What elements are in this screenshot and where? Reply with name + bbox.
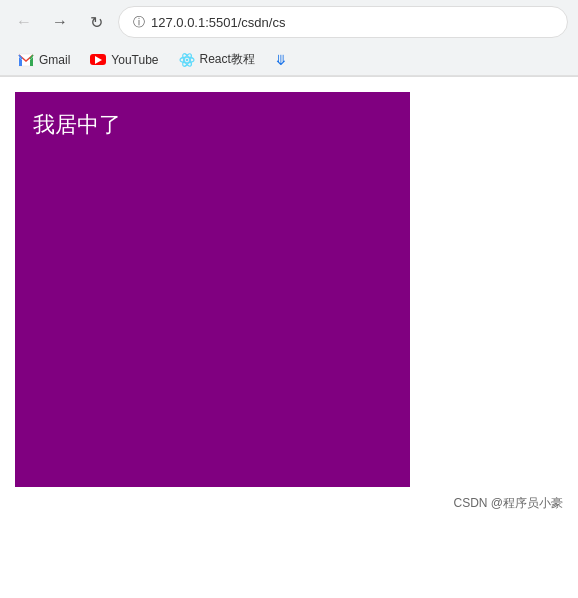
back-button[interactable]: ← [10,8,38,36]
youtube-play-triangle [95,56,102,64]
react-label: React教程 [200,51,255,68]
youtube-label: YouTube [111,53,158,67]
gmail-icon [18,52,34,68]
browser-chrome: ← → ↻ ⓘ 127.0.0.1:5501/csdn/cs [0,0,578,77]
bookmark-react[interactable]: React教程 [171,48,263,71]
chevron-down-icon: ⤋ [275,52,287,68]
reload-button[interactable]: ↻ [82,8,110,36]
svg-point-4 [185,58,188,61]
footer-text: CSDN @程序员小豪 [453,496,563,510]
page-footer: CSDN @程序员小豪 [0,487,578,520]
back-icon: ← [16,13,32,31]
reload-icon: ↻ [90,13,103,32]
react-icon [179,52,195,68]
more-bookmarks-button[interactable]: ⤋ [267,49,295,71]
address-bar[interactable]: ⓘ 127.0.0.1:5501/csdn/cs [118,6,568,38]
gmail-label: Gmail [39,53,70,67]
forward-button[interactable]: → [46,8,74,36]
address-bar-row: ← → ↻ ⓘ 127.0.0.1:5501/csdn/cs [0,0,578,44]
info-icon: ⓘ [133,14,145,31]
address-text: 127.0.0.1:5501/csdn/cs [151,15,285,30]
purple-box: 我居中了 [15,92,410,487]
youtube-icon [90,54,106,65]
forward-icon: → [52,13,68,31]
bookmark-youtube[interactable]: YouTube [82,50,166,70]
purple-box-text: 我居中了 [33,110,121,140]
page-content: 我居中了 [0,77,578,487]
bookmarks-bar: Gmail YouTube React教程 ⤋ [0,44,578,76]
bookmark-gmail[interactable]: Gmail [10,49,78,71]
